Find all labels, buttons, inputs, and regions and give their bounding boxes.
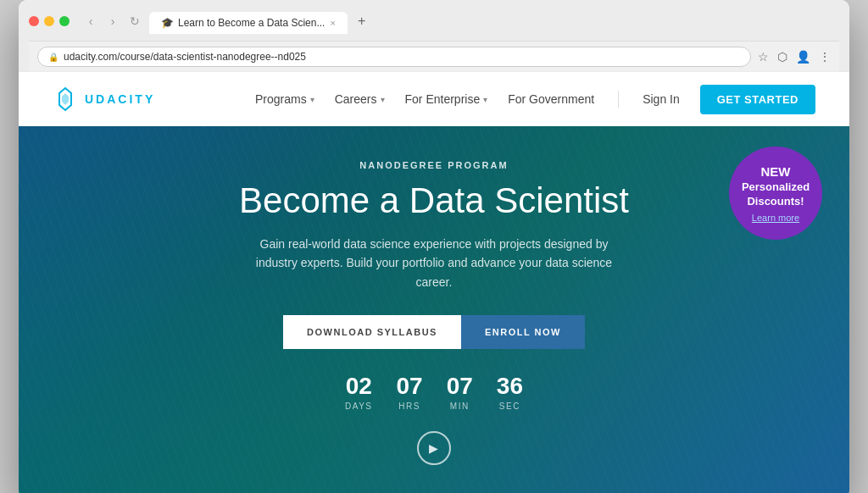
- logo-text: UDACITY: [85, 92, 155, 106]
- download-syllabus-button[interactable]: DOWNLOAD SYLLABUS: [283, 315, 461, 349]
- careers-chevron-icon: ▾: [381, 95, 385, 104]
- reload-button[interactable]: ↻: [127, 14, 142, 29]
- nav-careers-label: Careers: [335, 92, 377, 106]
- nav-enterprise-label: For Enterprise: [405, 92, 481, 106]
- nav-divider: [618, 91, 619, 108]
- discount-badge: NEW Personalized Discounts! Learn more: [729, 147, 822, 240]
- nav-links: Programs ▾ Careers ▾ For Enterprise ▾ Fo…: [255, 85, 815, 114]
- tab-close-button[interactable]: ×: [330, 18, 335, 28]
- discount-learn-more-link[interactable]: Learn more: [752, 213, 799, 223]
- countdown-min-label: MIN: [450, 402, 470, 411]
- enterprise-chevron-icon: ▾: [483, 95, 487, 104]
- countdown-hrs-label: HRS: [398, 402, 420, 411]
- tab-bar: 🎓 Learn to Become a Data Scien... × +: [149, 8, 374, 34]
- profile-icon[interactable]: 👤: [796, 50, 810, 64]
- tab-favicon: 🎓: [161, 17, 173, 29]
- website-content: UDACITY Programs ▾ Careers ▾ For Enterpr…: [19, 72, 849, 493]
- countdown-days: 02 DAYS: [345, 374, 373, 411]
- nav-programs[interactable]: Programs ▾: [255, 92, 314, 106]
- browser-chrome: ‹ › ↻ 🎓 Learn to Become a Data Scien... …: [19, 0, 849, 72]
- countdown-days-label: DAYS: [345, 402, 373, 411]
- hero-badge: NANODEGREE PROGRAM: [239, 160, 629, 170]
- address-bar-row: 🔒 udacity.com/course/data-scientist-nano…: [29, 41, 839, 72]
- play-icon: ▶: [429, 441, 438, 455]
- toolbar-icons: ☆ ⬡ 👤 ⋮: [758, 50, 831, 64]
- nav-government[interactable]: For Government: [508, 92, 594, 106]
- programs-chevron-icon: ▾: [310, 95, 314, 104]
- menu-icon[interactable]: ⋮: [819, 50, 831, 64]
- countdown-days-value: 02: [346, 374, 372, 398]
- hero-buttons: DOWNLOAD SYLLABUS ENROLL NOW: [239, 315, 629, 349]
- address-bar[interactable]: 🔒 udacity.com/course/data-scientist-nano…: [37, 47, 751, 67]
- logo-icon: [53, 86, 78, 112]
- discount-new-label: NEW: [761, 163, 791, 180]
- navbar: UDACITY Programs ▾ Careers ▾ For Enterpr…: [19, 72, 849, 126]
- countdown-min: 07 MIN: [447, 374, 473, 411]
- enroll-now-button[interactable]: ENROLL NOW: [461, 315, 585, 349]
- countdown-hrs: 07 HRS: [397, 374, 423, 411]
- play-button[interactable]: ▶: [417, 431, 451, 465]
- bookmark-icon[interactable]: ☆: [758, 50, 769, 64]
- countdown-sec-label: SEC: [499, 402, 520, 411]
- tab-title: Learn to Become a Data Scien...: [178, 17, 325, 29]
- window-buttons: [29, 16, 70, 26]
- nav-careers[interactable]: Careers ▾: [335, 92, 385, 106]
- countdown-hrs-value: 07: [397, 374, 423, 398]
- countdown-min-value: 07: [447, 374, 473, 398]
- sign-in-button[interactable]: Sign In: [643, 92, 680, 106]
- browser-window: ‹ › ↻ 🎓 Learn to Become a Data Scien... …: [19, 0, 849, 493]
- logo: UDACITY: [53, 86, 155, 112]
- countdown-timer: 02 DAYS 07 HRS 07 MIN 36 SEC: [239, 374, 629, 411]
- lock-icon: 🔒: [48, 53, 58, 62]
- browser-controls: ‹ › ↻ 🎓 Learn to Become a Data Scien... …: [29, 8, 839, 34]
- extensions-icon[interactable]: ⬡: [777, 50, 787, 64]
- countdown-sec-value: 36: [497, 374, 523, 398]
- active-tab[interactable]: 🎓 Learn to Become a Data Scien... ×: [149, 12, 348, 34]
- back-button[interactable]: ‹: [83, 14, 98, 29]
- hero-content: NANODEGREE PROGRAM Become a Data Scienti…: [239, 160, 629, 465]
- nav-government-label: For Government: [508, 92, 594, 106]
- discount-title: Personalized Discounts!: [742, 180, 810, 209]
- nav-programs-label: Programs: [255, 92, 307, 106]
- address-text: udacity.com/course/data-scientist-nanode…: [64, 51, 306, 63]
- nav-enterprise[interactable]: For Enterprise ▾: [405, 92, 488, 106]
- minimize-button[interactable]: [44, 16, 54, 26]
- hero-subtitle: Gain real-world data science experience …: [248, 235, 620, 291]
- close-button[interactable]: [29, 16, 39, 26]
- forward-button[interactable]: ›: [105, 14, 120, 29]
- hero-title: Become a Data Scientist: [239, 180, 629, 221]
- hero-section: NEW Personalized Discounts! Learn more N…: [19, 126, 849, 493]
- new-tab-button[interactable]: +: [349, 8, 374, 34]
- maximize-button[interactable]: [59, 16, 70, 26]
- get-started-button[interactable]: GET STARTED: [700, 85, 815, 114]
- countdown-sec: 36 SEC: [497, 374, 523, 411]
